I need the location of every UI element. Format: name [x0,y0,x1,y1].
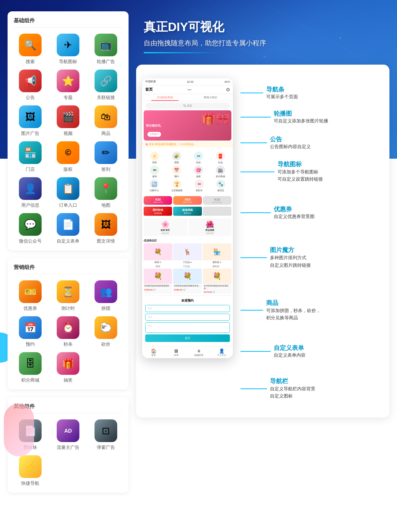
img-magic-0[interactable]: 💐 鲜花 ⊙ [144,243,172,264]
component-map[interactable]: 📍 地图 [89,177,123,209]
phone-nav-icon-share[interactable]: 🔄 分裂中心 [150,179,159,192]
component-video[interactable]: 🎬 视频 [51,105,85,137]
component-link[interactable]: 🔗 关联链接 [89,70,123,101]
phone-icons-section: ⚡ 秒杀 🧩 拼团 ✂ 砍价 🧧 红包 [142,148,233,195]
coupon-item-2[interactable]: ¥10 满100.00可用 [203,196,231,205]
ann-nav-bar-title: 导航条 [266,86,298,94]
phone-tab-0[interactable]: 河北航歌商城 [142,94,188,101]
img-detail-label: 图文详情 [97,238,115,244]
component-img-detail[interactable]: 🖼 图文详情 [89,213,123,244]
bottom-nav-profile[interactable]: 👤 个人中心 [210,348,233,357]
ann-goods-desc: 可添加拼团，秒杀，砍价，积分兑换等商品 [266,307,321,322]
svg-point-25 [240,351,242,352]
bottom-nav-home[interactable]: 🏠 首页 [142,348,165,357]
component-topic[interactable]: ⭐ 专题 [51,70,85,101]
component-carousel[interactable]: 📺 轮播广告 [89,34,123,65]
points-nav-icon: 🏬 [216,165,225,175]
goods-item-1[interactable]: 💐 洋和洛鲜花速送同城鲜花店送… ¥199.00 🛒 [173,269,202,294]
component-flash-sale[interactable]: ⏰ 秒杀 [51,316,85,348]
component-countdown[interactable]: ⏳ 倒计时 [51,280,85,312]
phone-nav-icon-ninegrid[interactable]: 🏆 九宫格抽奖 [171,179,183,192]
component-copyright[interactable]: © 版权 [51,141,85,173]
phone-nav-icon-seckill[interactable]: ⚡ 秒杀 [150,152,159,164]
phone-nav-icon-booking[interactable]: 📅 预约 [172,165,181,178]
component-signin[interactable]: ✏ 签到 [89,141,123,173]
phone-nav-icon-signbao[interactable]: 🐾 签到宝 [216,179,225,192]
component-notice[interactable]: 📢 公告 [14,70,47,101]
promo-slash[interactable]: 🌸 砍价专区 超低价格 [144,218,187,236]
component-feed-ad[interactable]: AD 流量主广告 [51,419,85,451]
component-goods[interactable]: 🛍 商品 [89,105,123,137]
order-icon: 📋 [57,177,79,200]
bottom-nav-cart[interactable]: ≡ 购物助理 [188,348,210,357]
phone-form-submit[interactable]: 提交 [145,334,230,342]
component-points-store[interactable]: 🗄 积分商城 [14,352,47,384]
component-booking[interactable]: 📅 预约 [14,316,47,348]
bottom-nav-apps[interactable]: ⊞ 应用 [165,348,188,357]
phone-icons-row-2: ✏ 签到 📅 预约 🎯 抽奖 🏬 积分商城 [144,165,231,178]
nav-icon-label: 导航图标 [59,59,77,65]
ann-coupon-title: 优惠券 [274,206,315,213]
component-store[interactable]: 🏪 门店 [14,141,47,173]
signbao-icon: 🐾 [216,179,225,189]
component-img-ad[interactable]: 🖼 图片广告 [14,105,47,137]
quick-nav-label: 快捷导航 [21,480,39,487]
coupon-item-0[interactable]: ¥30 满200.00可用 [144,196,172,205]
carousel-label: 轮播广告 [97,59,115,65]
phone-nav-icon-scratch[interactable]: ✂ 刮刮卡 [195,179,204,192]
component-slash-price[interactable]: 🐑 砍价 [89,316,123,348]
flash-sale-label: 秒杀 [64,341,73,348]
scratch-icon: ✂ [195,179,204,189]
component-popup-ad[interactable]: ⊡ 弹窗广告 [89,419,123,451]
ann-nav-bar: 导航条 可展示多个页面 [240,86,380,100]
psec-group[interactable]: 超值团购 极致好价 [173,207,202,216]
phone-tab-1[interactable]: 鲜花小知识 [188,94,233,101]
phone-nav-icon-points[interactable]: 🏬 积分商城 [216,165,225,178]
psec-empty [203,207,231,216]
component-wechat[interactable]: 💬 微信公众号 [14,213,47,244]
phone-form-name[interactable]: 姓名 [145,305,230,312]
component-order[interactable]: 📋 订单入口 [51,177,85,209]
component-lucky-draw[interactable]: 🎁 抽奖 [51,352,85,384]
phone-tabs: 河北航歌商城 鲜花小知识 [142,94,233,101]
ann-carousel: 轮播图 可自定义添加多张图片轮播 [240,110,380,124]
store-label: 门店 [26,166,35,173]
psec-seckill[interactable]: 限时秒杀 超值购物 [144,207,172,216]
goods-item-2[interactable]: 💐 长沙鲜花同城速送优化玫瑰花束… ¥178.00 🛒 [203,269,231,294]
ann-image-magic-line [240,257,267,258]
carousel-icon: 📺 [95,34,117,56]
phone-nav-icon-group[interactable]: 🧩 拼团 [172,152,181,164]
component-group[interactable]: 👥 拼团 [89,280,123,312]
ann-goods-title: 商品 [266,299,321,307]
img-magic-2[interactable]: 🏪 便利店 ⊙ [203,243,231,264]
phone-nav-icon-signin[interactable]: ✏ 签到 [150,165,159,178]
phone-nav-icon-slash[interactable]: ✂ 砍价 [194,152,203,164]
slash-price-icon: 🐑 [95,316,117,339]
phone-form-note[interactable]: 备注 [145,322,230,333]
countdown-label: 倒计时 [61,305,75,312]
phone-nav-icon-redpacket[interactable]: 🧧 红包 [216,152,225,164]
svg-point-11 [240,93,242,93]
basic-section-title: 基础组件 [14,17,123,28]
time: 10:23 [187,80,194,83]
countdown-icon: ⏳ [57,280,79,303]
phone-nav-icon-lottery[interactable]: 🎯 抽奖 [194,165,203,178]
component-nav-icon[interactable]: ✈ 导航图标 [51,34,85,65]
phone-form-phone[interactable]: 电话 [145,314,230,321]
component-custom-form[interactable]: 📄 自定义表单 [51,213,85,244]
banner-btn[interactable]: 立即参与 [147,132,161,137]
phone-search[interactable]: 🔍 搜索 [145,103,230,109]
component-quick-nav[interactable]: ⚡ 快捷导航 [14,455,47,487]
img-magic-1[interactable]: 🦌 工艺品 ⊙ [173,243,202,264]
svg-point-17 [240,172,242,172]
phone-nav-icon: ⊙ [226,87,230,92]
ann-carousel-line [240,117,271,118]
component-search[interactable]: 🔍 搜索 [14,34,47,65]
phone-coupons: ¥30 满200.00可用 ¥50 满300.00可用 ¥10 满100.00可… [142,195,233,206]
goods-item-0[interactable]: 💐 双优鲜花速送同城高端道路鲜… ¥158.00 🛒 [144,269,172,294]
component-coupon[interactable]: 🎫 优惠券 [14,280,47,312]
component-userinfo[interactable]: 👤 用户信息 [14,177,47,209]
coupon-item-1[interactable]: ¥50 满300.00可用 [173,196,202,205]
promo-lucky[interactable]: 🌺 幸运抽奖 惊喜来袭 [188,218,232,236]
share-icon: 🔄 [150,179,159,189]
